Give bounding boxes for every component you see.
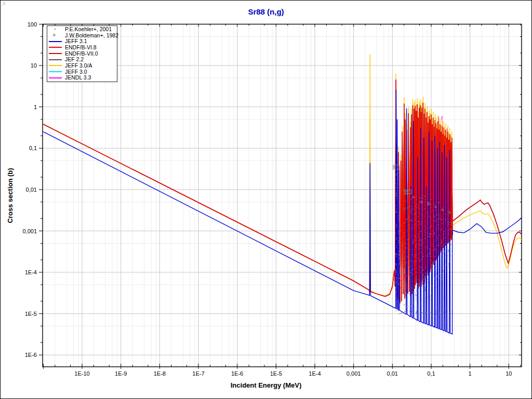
legend-item-jef-2-2: JEF 2.2	[47, 56, 117, 62]
line-swatch-icon	[47, 57, 63, 62]
y-tick-label: 1	[34, 104, 37, 110]
plot-window: ✕ Sr88 (n,g) 1E-101E-91E-81E-71E-61E-51E…	[0, 0, 532, 399]
legend-label: J.W.Boldeman+, 1982	[65, 32, 118, 38]
line-swatch-icon	[47, 44, 63, 50]
line-swatch-icon	[47, 75, 63, 81]
line-swatch-icon	[47, 69, 63, 74]
x-tick-label: 0,01	[387, 370, 398, 377]
line-swatch-icon	[47, 50, 63, 56]
line-swatch-icon	[47, 38, 63, 44]
legend-item-jeff-3-0: JEFF 3.0	[47, 69, 117, 75]
x-axis-title: Incident Energy (MeV)	[1, 381, 531, 389]
y-tick-label: 0,01	[26, 187, 37, 193]
x-tick-label: 1E-6	[231, 370, 243, 377]
legend-label: JEF 2.2	[65, 56, 84, 62]
y-tick-label: 10	[31, 62, 37, 69]
legend-box: P.E.Koehler+, 2001 +J.W.Boldeman+, 1982 …	[47, 25, 117, 82]
legend-label: P.E.Koehler+, 2001	[65, 26, 112, 32]
x-tick-label: 0,1	[427, 370, 435, 377]
legend-item-jeff-3-1: JEFF 3.1	[47, 38, 117, 44]
legend-item-jendl-3-3: JENDL 3.3	[47, 75, 117, 81]
x-tick-label: 10	[506, 370, 512, 377]
x-tick-label: 1E-8	[154, 370, 166, 377]
line-swatch-icon	[47, 62, 63, 68]
x-tick-label: 1E-10	[74, 370, 89, 377]
x-tick-label: 1E-4	[309, 370, 321, 377]
legend-item-endf-b-vii-0: ENDF/B-VII.0	[47, 50, 117, 57]
y-tick-label: 0,1	[29, 145, 37, 151]
legend-item-jeff-3-0-a: JEFF 3.0/A	[47, 62, 117, 69]
y-axis-title: Cross section (b)	[6, 154, 14, 237]
plus-marker-icon: +	[47, 32, 63, 38]
x-tick-label: 1E-7	[192, 370, 204, 377]
y-tick-label: 1E-4	[25, 269, 37, 275]
y-tick-label: 1E-5	[25, 311, 37, 317]
x-tick-label: 1	[469, 370, 472, 377]
legend-item-boldeman-1982: +J.W.Boldeman+, 1982	[47, 32, 117, 38]
y-tick-label: 100	[28, 21, 37, 28]
x-tick-label: 0,001	[347, 370, 361, 377]
y-tick-label: 0,001	[22, 228, 37, 234]
legend-label: JEFF 3.0	[65, 69, 87, 75]
series-layer	[43, 54, 522, 334]
y-tick-label: 1E-6	[25, 352, 37, 358]
dot-marker-icon	[47, 26, 63, 32]
legend-item-endf-b-vi-8: ENDF/B-VI.8	[47, 44, 117, 50]
legend-item-koehler-2001: P.E.Koehler+, 2001	[47, 26, 117, 32]
legend-label: JEFF 3.0/A	[65, 62, 92, 69]
legend-label: JEFF 3.1	[65, 38, 87, 44]
legend-label: ENDF/B-VI.8	[65, 44, 97, 50]
legend-label: JENDL 3.3	[65, 74, 91, 81]
x-tick-label: 1E-5	[270, 370, 282, 377]
legend-label: ENDF/B-VII.0	[65, 50, 98, 57]
x-tick-label: 1E-9	[115, 370, 127, 377]
